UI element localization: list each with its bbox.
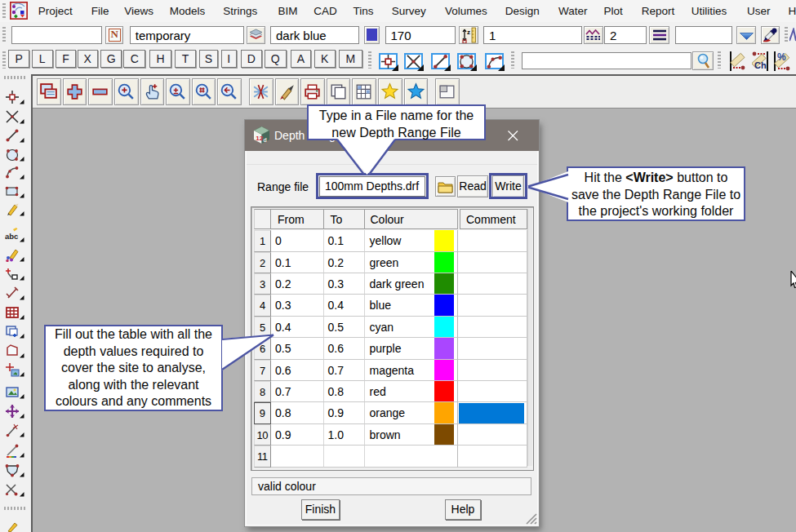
svg-text:Ch: Ch: [754, 60, 767, 70]
svg-text:z: z: [467, 29, 470, 36]
svg-text:%: %: [777, 51, 786, 63]
svg-text:abc: abc: [5, 232, 18, 241]
svg-text:12: 12: [256, 135, 263, 142]
svg-text:d: d: [264, 137, 267, 143]
